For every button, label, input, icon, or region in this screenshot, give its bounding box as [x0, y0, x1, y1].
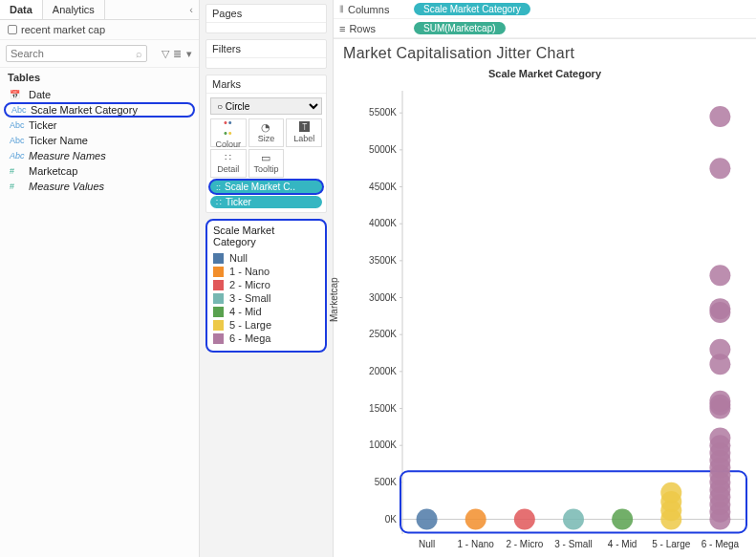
marks-tooltip-cell[interactable]: ▭Tooltip	[248, 149, 285, 178]
rows-label: Rows	[349, 23, 376, 34]
x-tick-label: 5 - Large	[652, 539, 690, 549]
legend-label: 2 - Micro	[229, 279, 270, 290]
pill-label: Scale Market C..	[225, 182, 295, 192]
y-tick-label: 0K	[385, 514, 398, 525]
marks-size-cell[interactable]: ◔Size	[248, 118, 285, 147]
y-tick-label: 2000K	[369, 366, 397, 376]
y-tick-label: 5500K	[369, 107, 397, 118]
data-point[interactable]	[417, 509, 438, 530]
marks-pill[interactable]: ∷Ticker	[210, 196, 322, 208]
tab-data[interactable]: Data	[0, 0, 43, 19]
data-point[interactable]	[709, 339, 730, 360]
chart-plot[interactable]: 0K500K1000K1500K2000K2500K3000K3500K4000…	[360, 87, 750, 557]
data-point[interactable]	[709, 391, 730, 412]
columns-pill[interactable]: Scale Market Category	[414, 3, 530, 15]
columns-icon: ⦀	[339, 3, 344, 15]
field-type-icon: #	[10, 182, 23, 191]
x-tick-label: 4 - Mid	[608, 539, 637, 549]
field-item[interactable]: AbcTicker	[0, 118, 199, 133]
x-tick-label: 3 - Small	[554, 539, 592, 549]
y-tick-label: 2500K	[369, 329, 397, 339]
legend-label: Null	[229, 252, 248, 264]
legend-item[interactable]: 5 - Large	[213, 318, 319, 332]
data-point[interactable]	[563, 509, 584, 530]
data-point[interactable]	[514, 509, 535, 530]
data-point[interactable]	[465, 509, 486, 530]
legend-item[interactable]: 1 - Nano	[213, 265, 319, 278]
size-icon: ◔	[261, 122, 270, 133]
rows-pill[interactable]: SUM(Marketcap)	[414, 22, 506, 34]
legend-swatch	[213, 267, 224, 277]
legend-swatch	[213, 320, 224, 331]
filter-icon[interactable]: ▽	[162, 47, 169, 60]
legend-item[interactable]: 6 - Mega	[213, 332, 319, 345]
data-point[interactable]	[709, 106, 730, 127]
view-list-icon[interactable]: ≣	[173, 47, 182, 60]
data-point[interactable]	[709, 298, 730, 319]
dropdown-icon[interactable]: ▾	[185, 47, 193, 60]
colour-icon: ••••	[224, 118, 233, 139]
field-item[interactable]: AbcMeasure Names	[0, 148, 199, 163]
pages-card[interactable]: Pages	[205, 4, 327, 33]
legend-title: Scale Market Category	[207, 221, 325, 251]
fields-list: 📅DateAbcScale Market CategoryAbcTickerAb…	[0, 87, 199, 194]
field-type-icon: Abc	[10, 120, 23, 130]
filters-card[interactable]: Filters	[205, 39, 327, 69]
marks-colour-cell[interactable]: ••••Colour	[210, 118, 247, 147]
data-point[interactable]	[709, 427, 730, 448]
field-item[interactable]: 📅Date	[0, 87, 199, 102]
field-name: Ticker	[29, 119, 57, 131]
field-item[interactable]: AbcTicker Name	[0, 133, 199, 148]
search-input[interactable]	[6, 45, 147, 62]
legend-item[interactable]: 4 - Mid	[213, 305, 319, 318]
collapse-pane-icon[interactable]: ‹	[184, 0, 199, 19]
field-item[interactable]: #Measure Values	[0, 179, 199, 194]
cards-pane: Pages Filters Marks ○ Circle ••••Colour …	[200, 0, 334, 557]
legend-list: Null1 - Nano2 - Micro3 - Small4 - Mid5 -…	[207, 251, 325, 351]
mark-type-select[interactable]: ○ Circle	[210, 97, 322, 115]
search-row: ⌕ ▽ ≣ ▾	[0, 40, 199, 68]
data-point[interactable]	[612, 509, 633, 530]
datasource-name: recent market cap	[21, 24, 105, 35]
marks-pill[interactable]: ::Scale Market C..	[210, 181, 322, 193]
tab-analytics[interactable]: Analytics	[43, 0, 105, 19]
legend-item[interactable]: Null	[213, 251, 319, 265]
field-name: Measure Names	[29, 150, 106, 161]
field-name: Scale Market Category	[31, 104, 138, 116]
field-type-icon: 📅	[10, 90, 23, 99]
y-tick-label: 3500K	[369, 255, 397, 266]
data-source-row[interactable]: recent market cap	[0, 20, 199, 40]
rows-shelf[interactable]: ≡Rows SUM(Marketcap)	[334, 19, 756, 38]
marks-label-cell[interactable]: 🆃Label	[286, 118, 322, 147]
field-item[interactable]: #Marketcap	[0, 163, 199, 179]
field-item[interactable]: AbcScale Market Category	[4, 102, 195, 118]
colour-legend-card: Scale Market Category Null1 - Nano2 - Mi…	[205, 219, 327, 353]
tooltip-icon: ▭	[261, 153, 270, 163]
field-type-icon: #	[10, 166, 23, 176]
legend-swatch	[213, 253, 224, 264]
worksheet-pane: ⦀Columns Scale Market Category ≡Rows SUM…	[334, 0, 756, 557]
legend-item[interactable]: 2 - Micro	[213, 278, 319, 291]
x-tick-label: 1 - Nano	[458, 539, 495, 549]
filters-card-title: Filters	[206, 40, 326, 58]
data-pane-tabs: Data Analytics ‹	[0, 0, 199, 20]
legend-label: 3 - Small	[229, 292, 270, 304]
viz-title: Market Capitalisation Jitter Chart	[334, 39, 756, 66]
field-type-icon: Abc	[11, 105, 25, 115]
legend-label: 5 - Large	[229, 319, 271, 331]
data-pane: Data Analytics ‹ recent market cap ⌕ ▽ ≣…	[0, 0, 200, 557]
columns-shelf[interactable]: ⦀Columns Scale Market Category	[334, 0, 756, 19]
legend-swatch	[213, 333, 224, 344]
marks-detail-cell[interactable]: ∷Detail	[210, 149, 247, 178]
tables-header: Tables	[0, 68, 199, 87]
data-point[interactable]	[660, 482, 681, 503]
pill-icon: ∷	[216, 198, 222, 207]
data-point[interactable]	[709, 158, 730, 179]
y-tick-label: 5000K	[369, 144, 397, 155]
y-tick-label: 4500K	[369, 182, 397, 192]
detail-icon: ∷	[225, 153, 231, 163]
data-point[interactable]	[709, 265, 730, 286]
marks-card-title: Marks	[206, 75, 326, 94]
y-tick-label: 500K	[375, 477, 398, 487]
legend-item[interactable]: 3 - Small	[213, 291, 319, 305]
